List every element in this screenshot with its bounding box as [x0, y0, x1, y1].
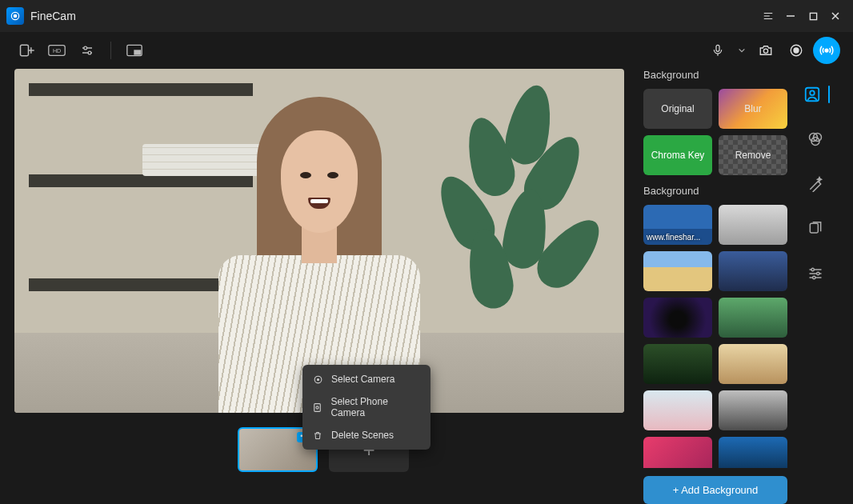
svg-point-13 [794, 48, 799, 53]
maximize-button[interactable] [802, 5, 824, 27]
bg-thumb-8[interactable] [643, 390, 712, 430]
bg-thumb-4[interactable] [643, 298, 712, 338]
bg-thumb-7[interactable] [719, 344, 787, 384]
svg-point-14 [825, 49, 828, 52]
mic-button[interactable] [704, 37, 731, 64]
svg-point-1 [14, 14, 17, 18]
bg-remove-button[interactable]: Remove [719, 135, 787, 175]
add-background-button[interactable]: + Add Background [643, 476, 787, 504]
svg-text:HD: HD [53, 48, 61, 54]
menu-select-phone-camera[interactable]: Select Phone Camera [302, 390, 431, 424]
svg-point-16 [317, 378, 318, 380]
app-name: FineCam [30, 10, 76, 22]
bg-thumb-9[interactable] [719, 390, 787, 430]
bg-thumb-10[interactable] [643, 437, 712, 468]
record-button[interactable] [783, 37, 810, 64]
titlebar: FineCam [0, 0, 853, 32]
pip-button[interactable] [121, 37, 148, 64]
rail-effects-button[interactable] [804, 173, 827, 195]
bg-thumb-6[interactable] [643, 344, 712, 384]
svg-point-6 [84, 46, 87, 50]
app-logo [6, 7, 24, 25]
rail-portrait-button[interactable] [801, 83, 823, 106]
bg-blur-button[interactable]: Blur [719, 89, 787, 129]
svg-point-20 [810, 90, 815, 95]
svg-point-18 [316, 406, 318, 408]
toolbar: HD [0, 32, 853, 69]
svg-point-11 [763, 49, 767, 53]
background-grid: www.fineshar... [643, 205, 787, 468]
svg-rect-17 [314, 403, 321, 411]
rail-active-indicator [828, 86, 830, 103]
svg-rect-2 [810, 13, 816, 19]
bg-chroma-button[interactable]: Chroma Key [643, 135, 712, 175]
settings-sliders-button[interactable] [74, 37, 101, 64]
bg-thumb-0-label: www.fineshar... [647, 233, 709, 242]
add-source-button[interactable] [13, 37, 40, 64]
menu-delete-scenes-label: Delete Scenes [331, 430, 394, 441]
menu-select-camera[interactable]: Select Camera [302, 368, 431, 390]
bg-thumb-2[interactable] [643, 251, 712, 291]
bg-thumb-3[interactable] [719, 251, 787, 291]
svg-rect-24 [810, 223, 818, 233]
phone-camera-icon [312, 402, 322, 413]
rail-layers-button[interactable] [804, 218, 827, 240]
stream-button[interactable] [813, 37, 840, 64]
camera-target-icon [312, 374, 323, 385]
minimize-button[interactable] [779, 5, 802, 27]
menu-select-camera-label: Select Camera [331, 374, 394, 385]
scene-context-menu: Select Camera Select Phone Camera Delete… [302, 365, 431, 450]
svg-point-7 [88, 51, 91, 54]
svg-rect-10 [716, 45, 719, 51]
rail-color-button[interactable] [804, 128, 827, 150]
svg-rect-3 [21, 45, 29, 55]
menu-icon[interactable] [757, 5, 779, 27]
bg-thumb-1[interactable] [719, 205, 787, 245]
bg-thumb-11[interactable] [719, 437, 787, 468]
background-panel: Background Original Blur Chroma Key Remo… [632, 69, 792, 504]
right-rail [792, 69, 839, 504]
panel-title-bg-list: Background [643, 185, 787, 197]
rail-adjust-button[interactable] [804, 262, 827, 285]
bg-thumb-0[interactable]: www.fineshar... [643, 205, 712, 245]
svg-point-27 [813, 276, 815, 278]
bg-thumb-5[interactable] [719, 298, 787, 338]
menu-select-phone-camera-label: Select Phone Camera [330, 396, 421, 418]
close-button[interactable] [824, 5, 847, 27]
toolbar-separator [110, 42, 111, 59]
bg-original-button[interactable]: Original [643, 89, 712, 129]
svg-point-25 [811, 268, 814, 270]
mic-dropdown[interactable] [735, 37, 749, 64]
video-preview[interactable] [14, 69, 624, 413]
panel-title-background: Background [643, 69, 787, 81]
svg-rect-9 [134, 50, 141, 54]
svg-point-26 [817, 272, 819, 274]
hd-button[interactable]: HD [43, 37, 70, 64]
menu-delete-scenes[interactable]: Delete Scenes [302, 424, 431, 446]
snapshot-button[interactable] [752, 37, 779, 64]
trash-icon [312, 430, 323, 441]
